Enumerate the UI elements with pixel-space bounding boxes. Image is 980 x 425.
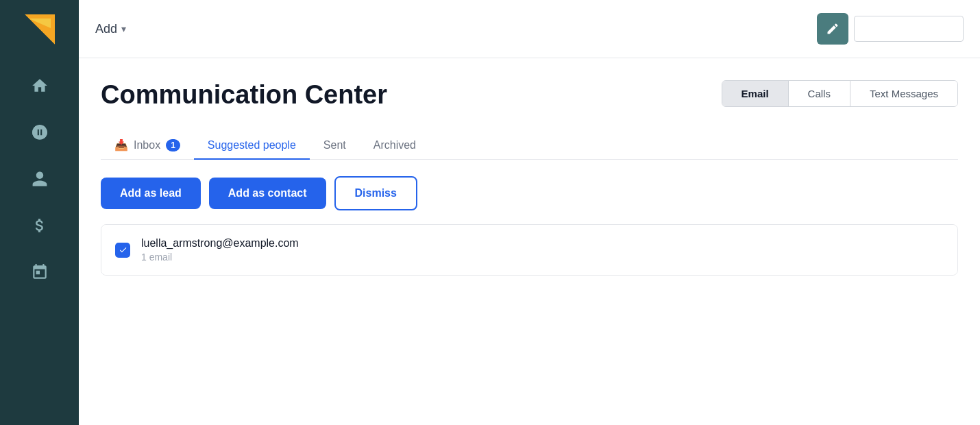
add-label: Add — [95, 22, 117, 36]
chevron-down-icon: ▾ — [121, 23, 126, 34]
archived-label: Archived — [373, 139, 416, 151]
calendar-icon — [31, 263, 49, 281]
topbar: Add ▾ — [79, 0, 980, 58]
action-bar: Add as lead Add as contact Dismiss — [101, 176, 958, 210]
add-button[interactable]: Add ▾ — [95, 22, 126, 36]
tab-email[interactable]: Email — [722, 81, 789, 106]
dismiss-button[interactable]: Dismiss — [334, 176, 417, 210]
sidebar-item-calendar[interactable] — [0, 252, 79, 293]
add-as-lead-button[interactable]: Add as lead — [101, 178, 201, 209]
sub-tab-suggested[interactable]: Suggested people — [194, 132, 310, 160]
add-as-contact-button[interactable]: Add as contact — [209, 178, 326, 209]
sent-label: Sent — [323, 139, 346, 151]
logo — [0, 0, 79, 58]
checkmark-icon — [119, 245, 127, 254]
table-row: luella_armstrong@example.com 1 email — [101, 225, 957, 275]
compose-button[interactable] — [817, 13, 848, 45]
content-area: Communication Center Email Calls Text Me… — [79, 58, 980, 425]
inbox-label: Inbox — [134, 139, 160, 151]
sub-tabs: 📥 Inbox 1 Suggested people Sent Archived — [101, 132, 958, 160]
view-tabs: Email Calls Text Messages — [722, 80, 958, 107]
inbox-badge: 1 — [166, 139, 180, 151]
logo-icon — [25, 14, 55, 45]
dollar-icon — [31, 217, 49, 234]
page-title: Communication Center — [101, 80, 387, 110]
sub-tab-archived[interactable]: Archived — [360, 132, 430, 160]
home-icon — [31, 77, 49, 95]
inbox-icon: 📥 — [114, 138, 128, 151]
search-input[interactable] — [854, 16, 964, 42]
contact-checkbox[interactable] — [115, 243, 130, 258]
sidebar-item-power[interactable] — [0, 112, 79, 153]
contact-email: luella_armstrong@example.com — [141, 237, 299, 250]
page-header: Communication Center Email Calls Text Me… — [101, 80, 958, 110]
tab-text-messages[interactable]: Text Messages — [850, 81, 957, 106]
contact-meta: 1 email — [141, 252, 299, 263]
sidebar-item-finance[interactable] — [0, 205, 79, 246]
sub-tab-sent[interactable]: Sent — [310, 132, 360, 160]
contact-info: luella_armstrong@example.com 1 email — [141, 237, 299, 263]
sidebar — [0, 0, 79, 425]
main-content: Add ▾ Communication Center Email Calls T… — [79, 0, 980, 425]
sidebar-nav — [0, 58, 79, 293]
compose-icon — [826, 22, 840, 36]
power-icon — [31, 123, 49, 141]
sub-tab-inbox[interactable]: 📥 Inbox 1 — [101, 132, 194, 160]
person-icon — [31, 170, 49, 188]
sidebar-item-home[interactable] — [0, 65, 79, 106]
tab-calls[interactable]: Calls — [789, 81, 850, 106]
contact-list: luella_armstrong@example.com 1 email — [101, 224, 958, 276]
sidebar-item-contacts[interactable] — [0, 158, 79, 199]
topbar-right — [817, 13, 964, 45]
topbar-left: Add ▾ — [95, 22, 126, 36]
suggested-label: Suggested people — [208, 139, 296, 151]
